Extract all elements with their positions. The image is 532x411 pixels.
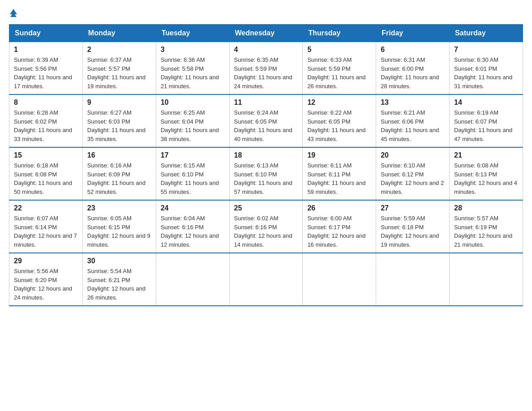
calendar-day-cell: 2 Sunrise: 6:37 AM Sunset: 5:57 PM Dayli… xyxy=(82,42,156,95)
day-info: Sunrise: 6:07 AM Sunset: 6:14 PM Dayligh… xyxy=(14,214,78,249)
day-of-week-header: Sunday xyxy=(9,25,83,42)
calendar-day-cell: 4 Sunrise: 6:35 AM Sunset: 5:59 PM Dayli… xyxy=(229,42,303,95)
day-info: Sunrise: 6:19 AM Sunset: 6:07 PM Dayligh… xyxy=(454,108,518,143)
calendar-day-cell: 5 Sunrise: 6:33 AM Sunset: 5:59 PM Dayli… xyxy=(303,42,376,95)
day-info: Sunrise: 6:25 AM Sunset: 6:04 PM Dayligh… xyxy=(161,108,225,143)
calendar-day-cell: 20 Sunrise: 6:10 AM Sunset: 6:12 PM Dayl… xyxy=(376,147,450,200)
day-of-week-header: Saturday xyxy=(450,25,523,42)
day-number: 25 xyxy=(234,204,298,212)
day-info: Sunrise: 6:05 AM Sunset: 6:15 PM Dayligh… xyxy=(87,214,151,249)
calendar-day-cell: 22 Sunrise: 6:07 AM Sunset: 6:14 PM Dayl… xyxy=(9,200,83,253)
day-number: 13 xyxy=(381,98,445,107)
calendar-day-cell: 14 Sunrise: 6:19 AM Sunset: 6:07 PM Dayl… xyxy=(450,94,523,147)
day-number: 29 xyxy=(14,257,78,265)
day-number: 14 xyxy=(454,98,518,107)
calendar-day-cell: 11 Sunrise: 6:24 AM Sunset: 6:05 PM Dayl… xyxy=(229,94,303,147)
day-number: 6 xyxy=(381,46,445,54)
day-number: 11 xyxy=(234,98,298,107)
day-info: Sunrise: 6:13 AM Sunset: 6:10 PM Dayligh… xyxy=(234,161,298,196)
calendar-day-cell xyxy=(450,253,523,306)
day-number: 16 xyxy=(87,151,151,159)
calendar-day-cell: 27 Sunrise: 5:59 AM Sunset: 6:18 PM Dayl… xyxy=(376,200,450,253)
logo xyxy=(9,9,17,15)
day-number: 5 xyxy=(307,46,371,54)
calendar-day-cell: 29 Sunrise: 5:56 AM Sunset: 6:20 PM Dayl… xyxy=(9,253,83,306)
day-info: Sunrise: 6:39 AM Sunset: 5:56 PM Dayligh… xyxy=(14,56,78,90)
calendar-day-cell: 9 Sunrise: 6:27 AM Sunset: 6:03 PM Dayli… xyxy=(82,94,156,147)
day-number: 22 xyxy=(14,204,78,212)
day-info: Sunrise: 6:21 AM Sunset: 6:06 PM Dayligh… xyxy=(381,108,445,143)
calendar-day-cell: 30 Sunrise: 5:54 AM Sunset: 6:21 PM Dayl… xyxy=(82,253,156,306)
day-info: Sunrise: 6:37 AM Sunset: 5:57 PM Dayligh… xyxy=(87,56,151,90)
calendar-day-cell: 3 Sunrise: 6:36 AM Sunset: 5:58 PM Dayli… xyxy=(156,42,229,95)
day-info: Sunrise: 6:00 AM Sunset: 6:17 PM Dayligh… xyxy=(307,214,371,249)
day-info: Sunrise: 6:10 AM Sunset: 6:12 PM Dayligh… xyxy=(381,161,445,196)
day-number: 4 xyxy=(234,46,298,54)
calendar-day-cell xyxy=(156,253,229,306)
calendar-day-cell: 18 Sunrise: 6:13 AM Sunset: 6:10 PM Dayl… xyxy=(229,147,303,200)
calendar-week-row: 1 Sunrise: 6:39 AM Sunset: 5:56 PM Dayli… xyxy=(9,42,523,95)
day-number: 10 xyxy=(161,98,225,107)
day-number: 7 xyxy=(454,46,518,54)
calendar-day-cell xyxy=(303,253,376,306)
day-info: Sunrise: 5:56 AM Sunset: 6:20 PM Dayligh… xyxy=(14,267,78,302)
day-info: Sunrise: 6:24 AM Sunset: 6:05 PM Dayligh… xyxy=(234,108,298,143)
day-info: Sunrise: 6:15 AM Sunset: 6:10 PM Dayligh… xyxy=(161,161,225,196)
day-of-week-header: Monday xyxy=(82,25,156,42)
calendar-day-cell: 23 Sunrise: 6:05 AM Sunset: 6:15 PM Dayl… xyxy=(82,200,156,253)
day-of-week-header: Tuesday xyxy=(156,25,229,42)
day-number: 3 xyxy=(161,46,225,54)
day-info: Sunrise: 6:16 AM Sunset: 6:09 PM Dayligh… xyxy=(87,161,151,196)
day-number: 18 xyxy=(234,151,298,159)
calendar-table: SundayMondayTuesdayWednesdayThursdayFrid… xyxy=(9,24,523,306)
day-info: Sunrise: 6:36 AM Sunset: 5:58 PM Dayligh… xyxy=(161,56,225,90)
calendar-day-cell: 7 Sunrise: 6:30 AM Sunset: 6:01 PM Dayli… xyxy=(450,42,523,95)
day-number: 24 xyxy=(161,204,225,212)
day-info: Sunrise: 6:08 AM Sunset: 6:13 PM Dayligh… xyxy=(454,161,518,196)
calendar-day-cell: 26 Sunrise: 6:00 AM Sunset: 6:17 PM Dayl… xyxy=(303,200,376,253)
day-of-week-header: Thursday xyxy=(303,25,376,42)
day-number: 28 xyxy=(454,204,518,212)
calendar-day-cell: 13 Sunrise: 6:21 AM Sunset: 6:06 PM Dayl… xyxy=(376,94,450,147)
day-info: Sunrise: 6:11 AM Sunset: 6:11 PM Dayligh… xyxy=(307,161,371,196)
day-info: Sunrise: 5:57 AM Sunset: 6:19 PM Dayligh… xyxy=(454,214,518,249)
calendar-week-row: 29 Sunrise: 5:56 AM Sunset: 6:20 PM Dayl… xyxy=(9,253,523,306)
day-info: Sunrise: 6:31 AM Sunset: 6:00 PM Dayligh… xyxy=(381,56,445,90)
day-number: 9 xyxy=(87,98,151,107)
calendar-day-cell: 19 Sunrise: 6:11 AM Sunset: 6:11 PM Dayl… xyxy=(303,147,376,200)
calendar-day-cell: 17 Sunrise: 6:15 AM Sunset: 6:10 PM Dayl… xyxy=(156,147,229,200)
day-number: 23 xyxy=(87,204,151,212)
day-number: 19 xyxy=(307,151,371,159)
calendar-header-row: SundayMondayTuesdayWednesdayThursdayFrid… xyxy=(9,25,523,42)
day-info: Sunrise: 6:35 AM Sunset: 5:59 PM Dayligh… xyxy=(234,56,298,90)
day-of-week-header: Friday xyxy=(376,25,450,42)
calendar-day-cell: 8 Sunrise: 6:28 AM Sunset: 6:02 PM Dayli… xyxy=(9,94,83,147)
day-number: 2 xyxy=(87,46,151,54)
calendar-day-cell: 16 Sunrise: 6:16 AM Sunset: 6:09 PM Dayl… xyxy=(82,147,156,200)
calendar-day-cell: 1 Sunrise: 6:39 AM Sunset: 5:56 PM Dayli… xyxy=(9,42,83,95)
calendar-day-cell: 28 Sunrise: 5:57 AM Sunset: 6:19 PM Dayl… xyxy=(450,200,523,253)
calendar-day-cell: 12 Sunrise: 6:22 AM Sunset: 6:05 PM Dayl… xyxy=(303,94,376,147)
day-info: Sunrise: 5:59 AM Sunset: 6:18 PM Dayligh… xyxy=(381,214,445,249)
day-number: 1 xyxy=(14,46,78,54)
calendar-day-cell: 24 Sunrise: 6:04 AM Sunset: 6:16 PM Dayl… xyxy=(156,200,229,253)
day-info: Sunrise: 6:22 AM Sunset: 6:05 PM Dayligh… xyxy=(307,108,371,143)
day-number: 8 xyxy=(14,98,78,107)
calendar-day-cell xyxy=(376,253,450,306)
day-number: 21 xyxy=(454,151,518,159)
calendar-week-row: 8 Sunrise: 6:28 AM Sunset: 6:02 PM Dayli… xyxy=(9,94,523,147)
day-number: 12 xyxy=(307,98,371,107)
calendar-day-cell xyxy=(229,253,303,306)
calendar-day-cell: 6 Sunrise: 6:31 AM Sunset: 6:00 PM Dayli… xyxy=(376,42,450,95)
day-info: Sunrise: 6:33 AM Sunset: 5:59 PM Dayligh… xyxy=(307,56,371,90)
day-info: Sunrise: 6:28 AM Sunset: 6:02 PM Dayligh… xyxy=(14,108,78,143)
day-info: Sunrise: 6:18 AM Sunset: 6:08 PM Dayligh… xyxy=(14,161,78,196)
day-info: Sunrise: 6:04 AM Sunset: 6:16 PM Dayligh… xyxy=(161,214,225,249)
day-number: 15 xyxy=(14,151,78,159)
day-info: Sunrise: 5:54 AM Sunset: 6:21 PM Dayligh… xyxy=(87,267,151,302)
day-number: 30 xyxy=(87,257,151,265)
day-of-week-header: Wednesday xyxy=(229,25,303,42)
day-number: 17 xyxy=(161,151,225,159)
day-info: Sunrise: 6:27 AM Sunset: 6:03 PM Dayligh… xyxy=(87,108,151,143)
calendar-day-cell: 21 Sunrise: 6:08 AM Sunset: 6:13 PM Dayl… xyxy=(450,147,523,200)
